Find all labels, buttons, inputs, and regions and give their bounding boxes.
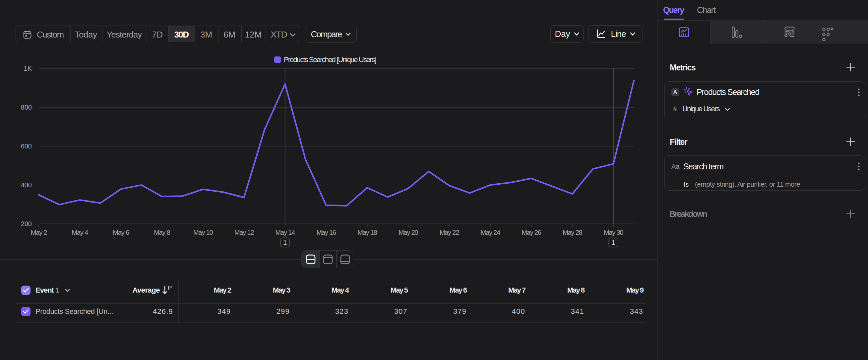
- svg-text:1: 1: [283, 239, 287, 246]
- svg-text:May 8: May 8: [154, 229, 170, 236]
- svg-text:May 10: May 10: [193, 229, 213, 236]
- svg-text:May 22: May 22: [440, 229, 459, 236]
- svg-text:1K: 1K: [24, 65, 32, 72]
- svg-text:May 30: May 30: [604, 229, 623, 236]
- svg-text:600: 600: [21, 142, 32, 150]
- svg-text:400: 400: [21, 181, 32, 189]
- svg-text:May 12: May 12: [235, 229, 254, 236]
- svg-text:May 26: May 26: [522, 229, 541, 236]
- svg-text:May 24: May 24: [481, 229, 500, 236]
- svg-text:May 28: May 28: [563, 229, 582, 236]
- svg-text:800: 800: [21, 104, 32, 111]
- svg-text:May 16: May 16: [316, 229, 336, 236]
- svg-text:May 2: May 2: [31, 229, 48, 236]
- svg-text:May 14: May 14: [276, 229, 295, 236]
- svg-text:May 18: May 18: [358, 229, 377, 236]
- svg-text:200: 200: [21, 220, 32, 227]
- svg-text:1: 1: [612, 239, 615, 246]
- svg-text:May 6: May 6: [113, 229, 129, 236]
- svg-text:May 20: May 20: [399, 229, 418, 236]
- svg-text:May 4: May 4: [72, 229, 89, 236]
